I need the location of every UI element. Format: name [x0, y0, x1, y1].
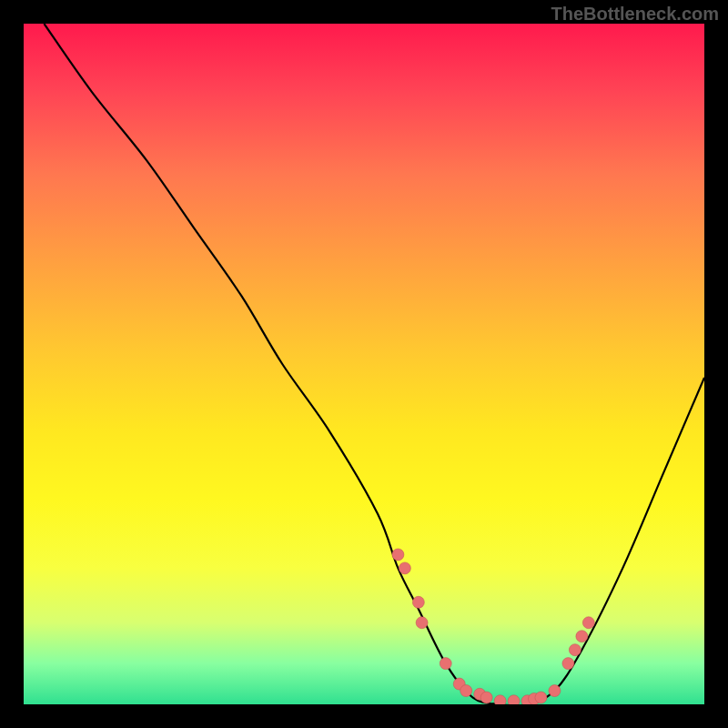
watermark-text: TheBottleneck.com: [551, 4, 719, 25]
data-point: [416, 617, 428, 629]
data-point: [440, 658, 451, 670]
data-point: [494, 695, 506, 704]
data-point: [412, 596, 424, 608]
chart-svg: [24, 24, 704, 704]
data-point: [399, 562, 410, 574]
data-point: [569, 644, 581, 656]
data-point: [508, 695, 520, 704]
data-point: [535, 692, 547, 703]
data-point: [480, 692, 492, 703]
data-point: [582, 617, 594, 629]
data-point: [562, 658, 574, 670]
sample-dots: [392, 549, 594, 704]
data-point: [392, 549, 404, 561]
data-point: [576, 631, 588, 642]
chart-area: [24, 24, 704, 704]
data-point: [460, 685, 472, 697]
bottleneck-curve: [44, 24, 704, 704]
data-point: [549, 685, 561, 697]
